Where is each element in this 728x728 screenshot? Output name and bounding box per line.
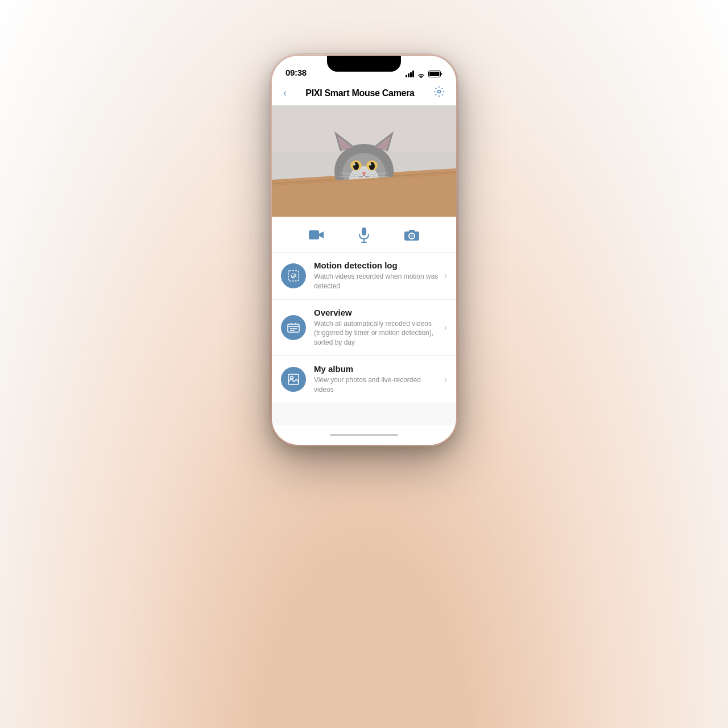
motion-detection-text: Motion detection log Watch videos record…: [314, 260, 440, 291]
menu-item-album[interactable]: My album View your photos and live-recor…: [272, 356, 456, 403]
settings-button[interactable]: [431, 84, 447, 102]
svg-rect-24: [362, 228, 366, 235]
toolbar: [272, 217, 456, 253]
svg-point-17: [369, 163, 371, 166]
motion-detection-desc: Watch videos recorded when motion was de…: [314, 272, 440, 291]
svg-rect-1: [429, 72, 440, 76]
status-time: 09:38: [286, 68, 307, 77]
camera-view: [272, 106, 456, 217]
phone-outer: 09:38: [270, 54, 458, 446]
status-icons: [406, 71, 442, 77]
album-chevron: ›: [444, 374, 447, 384]
wifi-icon: [417, 71, 425, 77]
svg-rect-39: [288, 374, 299, 384]
motion-detection-title: Motion detection log: [314, 260, 440, 270]
signal-icon: [406, 71, 414, 77]
svg-point-30: [411, 235, 413, 238]
svg-rect-22: [309, 230, 319, 239]
menu-list: Motion detection log Watch videos record…: [272, 253, 456, 425]
menu-item-overview[interactable]: Overview Watch all automatically recoded…: [272, 300, 456, 356]
overview-text: Overview Watch all automatically recoded…: [314, 308, 440, 348]
svg-marker-23: [319, 231, 324, 238]
album-title: My album: [314, 364, 440, 374]
overview-desc: Watch all automatically recoded videos (…: [314, 319, 440, 348]
video-icon[interactable]: [306, 225, 326, 245]
svg-rect-33: [288, 324, 299, 332]
photo-icon[interactable]: [402, 225, 422, 245]
album-icon-circle: [281, 367, 306, 392]
overview-title: Overview: [314, 308, 440, 317]
scene: 09:38: [0, 0, 728, 728]
home-bar: [330, 434, 398, 436]
motion-detection-chevron: ›: [444, 271, 447, 281]
svg-point-2: [438, 90, 441, 93]
nav-title: PIXI Smart Mouse Camera: [305, 88, 414, 98]
phone-wrapper: 09:38: [270, 54, 458, 446]
motion-detection-icon-circle: [281, 263, 306, 288]
svg-rect-31: [288, 271, 299, 281]
microphone-icon[interactable]: [354, 225, 374, 245]
overview-chevron: ›: [444, 322, 447, 333]
back-button[interactable]: ‹: [281, 85, 289, 101]
notch: [327, 56, 401, 72]
menu-item-motion-detection[interactable]: Motion detection log Watch videos record…: [272, 253, 456, 300]
overview-icon-circle: [281, 315, 306, 340]
battery-icon: [428, 71, 442, 77]
svg-rect-29: [409, 230, 415, 233]
phone-screen: 09:38: [272, 56, 456, 445]
home-indicator: [272, 425, 456, 445]
album-text: My album View your photos and live-recor…: [314, 364, 440, 395]
svg-point-16: [353, 163, 355, 166]
album-desc: View your photos and live-recorded video…: [314, 375, 440, 395]
cat-image: [272, 106, 456, 217]
nav-bar: ‹ PIXI Smart Mouse Camera: [272, 81, 456, 106]
